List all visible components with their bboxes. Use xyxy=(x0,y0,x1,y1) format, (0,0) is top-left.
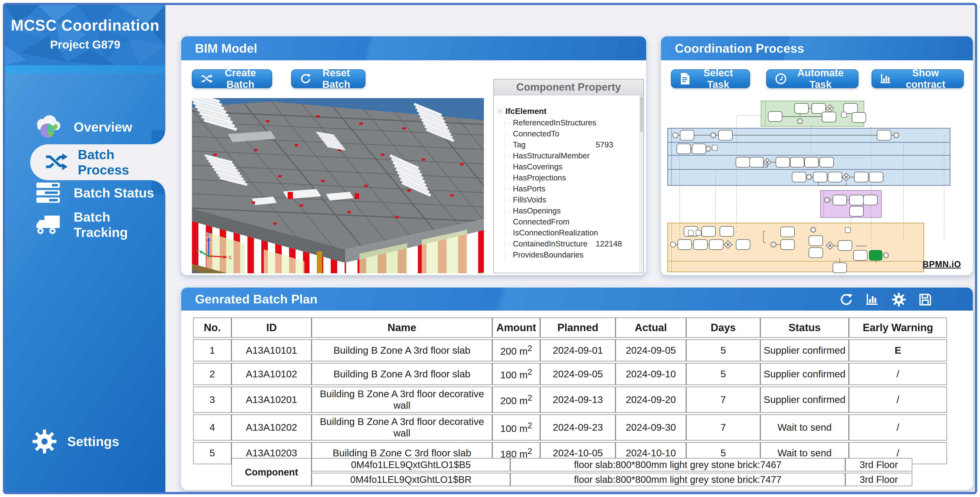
property-tree: ReferencedInStructures ConnectedTo Tag57… xyxy=(504,117,643,260)
gear-icon[interactable] xyxy=(892,293,906,306)
bim-panel-header: BIM Model xyxy=(181,37,646,60)
app-window: MCSC Coordination Project G879 Overview xyxy=(3,3,977,494)
tree-node[interactable]: Tag5793 xyxy=(505,139,643,150)
col-no: No. xyxy=(193,318,231,338)
early-warning-flag: / xyxy=(849,387,947,413)
table-header-row: No. ID Name Amount Planned Actual Days S… xyxy=(193,318,947,338)
component-property-panel: Component Property - IfcElement Referenc… xyxy=(493,79,644,273)
select-task-label: Select Task xyxy=(695,67,741,90)
tree-node[interactable]: ProvidesBoundaries xyxy=(505,249,643,260)
tree-node[interactable]: IsConnectionRealization xyxy=(505,227,643,238)
sidebar-item-label: Overview xyxy=(74,119,132,135)
col-amount: Amount xyxy=(492,318,540,338)
property-name: HasCoverings xyxy=(513,162,562,171)
property-value: 122148 xyxy=(596,239,639,248)
sidebar-item-batch-tracking[interactable]: Batch Tracking xyxy=(5,208,165,241)
automate-icon xyxy=(775,73,787,85)
bim-3d-viewport[interactable]: Z Y X xyxy=(192,98,484,273)
bpmn-io-watermark: BPMN.iO xyxy=(923,259,961,270)
shuffle-icon xyxy=(44,150,69,175)
coordination-panel-title: Coordination Process xyxy=(661,41,804,56)
coordination-process-panel: Coordination Process Select Task xyxy=(661,36,973,275)
select-task-button[interactable]: Select Task xyxy=(671,69,750,88)
sidebar-item-label: Batch Process xyxy=(78,147,165,178)
tree-node[interactable]: HasOpenings xyxy=(505,205,643,216)
component-desc: floor slab:800*800mm light grey stone br… xyxy=(510,458,845,472)
early-warning-flag: E xyxy=(849,339,947,361)
component-floor: 3rd Floor xyxy=(845,458,912,472)
axis-y-label: Y xyxy=(196,248,199,254)
sidebar-accent-strip xyxy=(5,65,165,73)
property-name: ReferencedInStructures xyxy=(513,118,597,127)
property-name: ContainedInStructure xyxy=(513,239,587,248)
automate-task-button[interactable]: Automate Task xyxy=(766,69,858,88)
sidebar: MCSC Coordination Project G879 Overview xyxy=(5,5,165,492)
early-warning-flag: / xyxy=(849,414,947,440)
save-icon[interactable] xyxy=(918,293,932,306)
tree-node[interactable]: HasProjections xyxy=(505,172,643,183)
property-name: HasStructuralMember xyxy=(513,151,590,160)
sidebar-item-batch-status[interactable]: Batch Status xyxy=(5,176,165,210)
cloud-pie-icon xyxy=(30,114,66,140)
bim-model-panel: BIM Model Create Batch xyxy=(181,36,646,275)
bpmn-diagram[interactable]: BPMN.iO xyxy=(665,98,969,273)
reset-batch-label: Reset Batch xyxy=(316,67,357,90)
reset-batch-button[interactable]: Reset Batch xyxy=(291,69,366,88)
component-floor: 3rd Floor xyxy=(845,473,912,486)
tree-expander-icon[interactable]: - xyxy=(498,109,503,113)
project-subtitle: Project G879 xyxy=(5,38,165,51)
sidebar-item-batch-process[interactable]: Batch Process xyxy=(30,144,165,180)
col-name: Name xyxy=(312,318,492,338)
batch-plan-table: No. ID Name Amount Planned Actual Days S… xyxy=(193,316,947,466)
sidebar-item-label: Settings xyxy=(67,434,119,449)
polygon-texture xyxy=(5,5,165,65)
app-title: MCSC Coordination xyxy=(5,16,165,34)
batch-plan-title: Genrated Batch Plan xyxy=(181,292,317,306)
gear-icon xyxy=(29,430,60,453)
col-days: Days xyxy=(686,318,760,338)
tree-node[interactable]: ConnectedTo xyxy=(505,128,643,139)
property-name: ProvidesBoundaries xyxy=(513,250,584,259)
col-id: ID xyxy=(231,318,312,338)
tree-node-root[interactable]: - IfcElement xyxy=(498,105,643,117)
scrollbar[interactable] xyxy=(640,95,643,273)
component-code: 0M4fo1LEL9QxtGhtLO1$B5 xyxy=(312,458,510,472)
bim-3d-render: Z Y X xyxy=(192,98,484,273)
sidebar-item-settings[interactable]: Settings xyxy=(5,425,165,458)
table-row[interactable]: 4A13A10202 Building B Zone A 3rd floor d… xyxy=(193,414,947,440)
table-row[interactable]: 2A13A10102 Building B Zone A 3rd floor s… xyxy=(193,363,947,385)
early-warning-flag: / xyxy=(849,363,947,385)
create-batch-button[interactable]: Create Batch xyxy=(192,69,272,88)
batch-plan-header: Genrated Batch Plan xyxy=(181,287,973,311)
bar-chart-icon[interactable] xyxy=(865,293,880,306)
table-row[interactable]: Component 0M4fo1LEL9QxtGhtLO1$B5 floor s… xyxy=(231,458,912,472)
show-contract-button[interactable]: Show contract xyxy=(872,69,964,88)
refresh-icon[interactable] xyxy=(839,293,853,306)
table-row[interactable]: 0M4fo1LEL9QxtGhtLO1$BR floor slab:800*80… xyxy=(231,473,912,486)
property-value: 5793 xyxy=(596,140,639,149)
tree-node[interactable]: HasStructuralMember xyxy=(505,150,643,161)
axis-x-label: X xyxy=(228,255,232,260)
property-name: FillsVoids xyxy=(513,195,546,204)
document-icon xyxy=(680,73,690,85)
tree-node[interactable]: ContainedInStructure122148 xyxy=(505,238,643,249)
col-early-warning: Early Warning xyxy=(849,318,947,338)
component-property-title: Component Property xyxy=(494,79,643,95)
bar-chart-icon xyxy=(880,73,892,84)
tree-node[interactable]: ConnectedFrom xyxy=(505,216,643,227)
component-detail-table: Component 0M4fo1LEL9QxtGhtLO1$B5 floor s… xyxy=(231,457,912,487)
tree-node[interactable]: HasPorts xyxy=(505,183,643,194)
property-name: ConnectedTo xyxy=(513,129,559,138)
component-desc: floor slab:800*800mm light grey stone br… xyxy=(510,473,845,486)
scrollbar-thumb[interactable] xyxy=(640,96,643,132)
component-label-cell: Component xyxy=(231,458,312,486)
table-row[interactable]: 1A13A10101 Building B Zone A 3rd floor s… xyxy=(193,339,947,361)
property-name: ConnectedFrom xyxy=(513,217,570,226)
tree-node[interactable]: HasCoverings xyxy=(505,161,643,172)
sidebar-item-overview[interactable]: Overview xyxy=(5,110,165,144)
table-row[interactable]: 3A13A10201 Building B Zone A 3rd floor d… xyxy=(193,387,947,413)
tree-node[interactable]: FillsVoids xyxy=(505,194,643,205)
coordination-panel-header: Coordination Process xyxy=(661,37,973,60)
create-batch-label: Create Batch xyxy=(217,67,264,90)
tree-node[interactable]: ReferencedInStructures xyxy=(505,117,643,128)
